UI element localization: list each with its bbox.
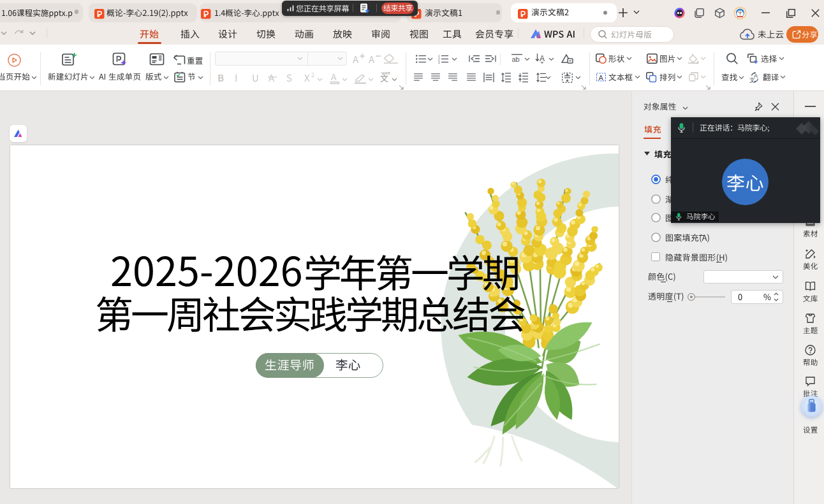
svg-text:ab: ab [512,55,520,63]
svg-text:A: A [599,74,604,82]
svg-text:文: 文 [749,77,755,83]
